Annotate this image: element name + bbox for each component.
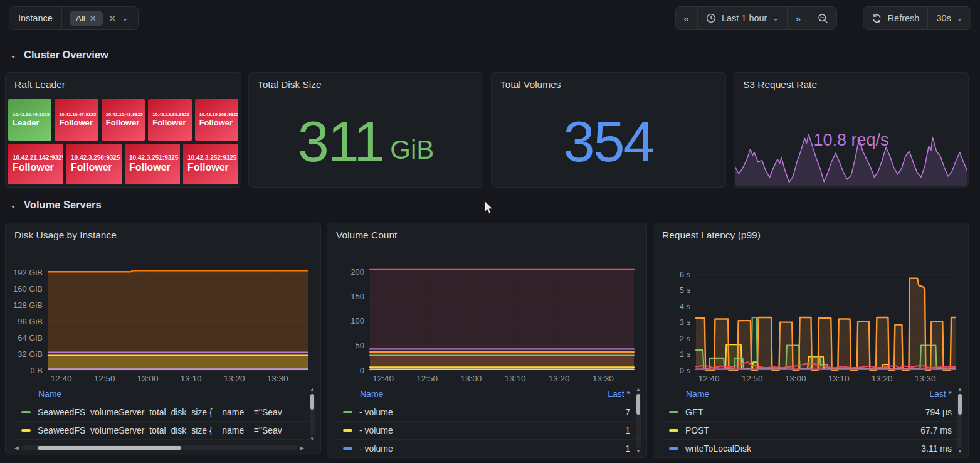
legend-col-name[interactable]: Name [13, 386, 315, 403]
panel-total-volumes: Total Volumes 354 [491, 72, 726, 188]
volume-count-chart[interactable]: 05010015020012:4012:5013:0013:1013:2013:… [332, 260, 639, 385]
legend-row[interactable]: writeToLocalDisk3.11 ms [661, 440, 963, 455]
svg-text:2 s: 2 s [680, 334, 691, 343]
legend-vertical-scrollbar[interactable]: ▲▼ [957, 386, 963, 455]
mouse-cursor [482, 200, 497, 216]
panel-total-disk-size: Total Disk Size 311 GiB [248, 72, 483, 188]
legend-row[interactable]: - volume1 [335, 440, 641, 455]
legend-col-last[interactable]: Last * [865, 386, 963, 403]
svg-text:3 s: 3 s [680, 317, 691, 327]
svg-text:150: 150 [350, 292, 364, 301]
instance-filter-chip-all[interactable]: All ✕ [70, 11, 103, 26]
disk-usage-legend: Name SeaweedFS_volumeServer_total_disk_s… [13, 386, 315, 442]
chevron-down-icon: ⌄ [957, 14, 962, 23]
raft-tile-follower[interactable]: 10.42.10.47:9325Follower [55, 99, 98, 141]
raft-tile-follower[interactable]: 10.42.21.142:9325Follower [8, 144, 63, 185]
section-cluster-overview[interactable]: ⌄ Cluster Overview [10, 49, 108, 61]
section-volume-servers[interactable]: ⌄ Volume Servers [10, 199, 102, 211]
legend-vertical-scrollbar[interactable]: ▲▼ [635, 386, 641, 455]
svg-text:13:10: 13:10 [828, 374, 850, 383]
svg-text:13:10: 13:10 [505, 374, 526, 383]
series-swatch [21, 411, 31, 413]
svg-text:13:30: 13:30 [267, 374, 288, 383]
svg-text:12:50: 12:50 [416, 374, 438, 383]
svg-text:13:30: 13:30 [915, 374, 936, 383]
series-swatch [343, 411, 352, 413]
svg-text:50: 50 [356, 341, 364, 350]
chevron-down-icon: ⌄ [10, 201, 16, 210]
legend-col-name[interactable]: Name [335, 386, 527, 403]
raft-tile-follower[interactable]: 10.42.19.108:9325Follower [195, 99, 238, 141]
svg-text:4 s: 4 s [680, 302, 691, 311]
section-title: Volume Servers [24, 199, 102, 211]
series-swatch [669, 411, 678, 413]
panel-s3-request-rate: S3 Request Rate 10.8 req/s [734, 72, 969, 188]
svg-text:13:10: 13:10 [181, 374, 202, 383]
time-back-button[interactable]: « [676, 7, 698, 29]
svg-text:12:40: 12:40 [372, 374, 394, 383]
legend-row[interactable]: SeaweedFS_volumeServer_total_disk_size {… [13, 422, 315, 440]
svg-text:13:20: 13:20 [872, 374, 893, 383]
svg-text:32 GiB: 32 GiB [18, 349, 43, 359]
series-swatch [669, 447, 678, 450]
panel-volume-count: Volume Count 05010015020012:4012:5013:00… [327, 223, 647, 458]
chip-remove-icon[interactable]: ✕ [90, 14, 97, 23]
panel-title: Request Latency (p99) [662, 230, 761, 241]
legend-vertical-scrollbar[interactable]: ▲▼ [309, 386, 315, 442]
legend-row[interactable]: SeaweedFS_volumeServer_total_disk_size {… [13, 403, 315, 422]
refresh-label: Refresh [888, 13, 920, 23]
svg-text:12:50: 12:50 [94, 374, 115, 383]
filter-clear-icon[interactable]: ✕ [109, 14, 116, 23]
refresh-group: Refresh 30s ⌄ [863, 6, 971, 30]
panel-title: Total Volumes [500, 79, 561, 90]
svg-text:13:00: 13:00 [785, 374, 806, 383]
legend-col-name[interactable]: Name [661, 386, 865, 403]
svg-text:192 GiB: 192 GiB [13, 268, 43, 277]
series-swatch [343, 447, 352, 450]
svg-text:96 GiB: 96 GiB [18, 317, 43, 326]
svg-text:6 s: 6 s [680, 270, 691, 279]
time-range-picker[interactable]: Last 1 hour ⌄ [698, 7, 788, 29]
svg-text:13:20: 13:20 [224, 374, 245, 383]
series-swatch [669, 429, 678, 432]
series-swatch [343, 429, 352, 432]
panel-title: Disk Usage by Instance [14, 230, 117, 241]
legend-row[interactable]: GET794 µs [661, 403, 963, 422]
svg-text:5 s: 5 s [680, 285, 691, 295]
raft-tile-leader[interactable]: 10.42.10.46:9325Leader [8, 99, 51, 141]
legend-row[interactable]: - volume1 [335, 422, 641, 440]
instance-filter[interactable]: Instance All ✕ ✕ ⌄ [9, 6, 139, 30]
clock-icon [706, 13, 716, 23]
request-latency-chart[interactable]: 0 s1 s2 s3 s4 s5 s6 s12:4012:5013:0013:1… [658, 260, 961, 385]
zoom-out-icon [818, 13, 828, 24]
legend-col-last[interactable]: Last * [527, 386, 641, 403]
raft-tile-follower[interactable]: 10.42.12.89:9325Follower [148, 99, 191, 141]
refresh-button[interactable]: Refresh [863, 7, 929, 29]
svg-text:128 GiB: 128 GiB [13, 301, 43, 310]
raft-tile-follower[interactable]: 10.42.3.250:9325Follower [66, 144, 122, 185]
chevron-down-icon: ⌄ [10, 51, 16, 60]
svg-text:64 GiB: 64 GiB [18, 333, 43, 343]
raft-tile-follower[interactable]: 10.42.3.252:9325Follower [183, 144, 238, 185]
time-range-group: « Last 1 hour ⌄ » [675, 6, 837, 30]
raft-tile-follower[interactable]: 10.42.10.48:9325Follower [102, 99, 145, 141]
time-forward-button[interactable]: » [788, 7, 809, 29]
legend-row[interactable]: - volume7 [335, 403, 641, 422]
chevron-down-icon[interactable]: ⌄ [122, 14, 128, 23]
series-swatch [21, 429, 31, 432]
panel-request-latency: Request Latency (p99) 0 s1 s2 s3 s4 s5 s… [653, 223, 969, 458]
total-disk-size-unit: GiB [390, 135, 434, 165]
volume-count-legend: Name Last * - volume7 - volume1 - volume… [335, 386, 641, 455]
raft-tile-follower[interactable]: 10.42.3.251:9325Follower [125, 144, 180, 185]
svg-text:1 s: 1 s [680, 349, 691, 359]
legend-horizontal-scrollbar[interactable]: ◀▶ [14, 445, 304, 451]
refresh-interval-picker[interactable]: 30s ⌄ [928, 7, 971, 29]
instance-filter-label: Instance [9, 7, 62, 29]
disk-usage-chart[interactable]: 0 B32 GiB64 GiB96 GiB128 GiB160 GiB192 G… [11, 260, 313, 385]
section-title: Cluster Overview [24, 49, 108, 61]
zoom-out-button[interactable] [809, 7, 836, 29]
total-volumes-value: 354 [563, 110, 653, 174]
svg-text:13:20: 13:20 [549, 374, 570, 383]
legend-row[interactable]: POST67.7 ms [661, 422, 963, 440]
chevron-down-icon: ⌄ [772, 14, 778, 23]
